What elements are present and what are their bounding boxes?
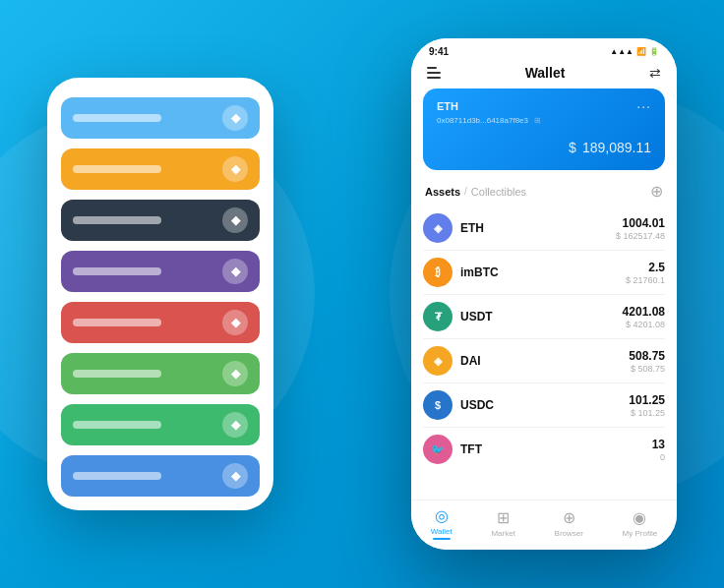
token-row-tft[interactable]: 🐦 TFT 13 0	[423, 428, 665, 471]
wallet-card-label	[73, 216, 161, 224]
wallet-card-icon: ◆	[222, 105, 248, 131]
token-icon-eth: ◈	[423, 213, 452, 243]
wallet-card-7[interactable]: ◆	[61, 404, 260, 445]
market-nav-label: Market	[491, 529, 514, 538]
phone-front: 9:41 ▲▲▲ 📶 🔋 Wallet ⇄ ETH ···	[411, 38, 677, 550]
wallet-card-icon: ◆	[222, 361, 248, 386]
page-title: Wallet	[525, 65, 566, 81]
assets-header: Assets / Collectibles ⊕	[411, 178, 677, 206]
profile-nav-icon: ◉	[633, 508, 646, 527]
token-row-imbtc[interactable]: ₿ imBTC 2.5 $ 21760.1	[423, 251, 665, 295]
eth-card-top: ETH ···	[437, 98, 651, 114]
wallet-card-icon: ◆	[222, 463, 248, 489]
battery-icon: 🔋	[649, 47, 659, 56]
eth-card-name: ETH	[437, 100, 458, 112]
scene: ◆ ◆ ◆ ◆ ◆ ◆ ◆ ◆ 9:41 ▲▲▲ 📶 🔋	[18, 19, 706, 569]
wallet-card-label	[73, 114, 161, 122]
eth-card-balance: $ 189,089.11	[437, 133, 651, 158]
wallet-card-label	[73, 472, 161, 480]
token-amount: 101.25	[629, 393, 665, 407]
wallet-card-icon: ◆	[222, 310, 248, 335]
token-usd: $ 4201.08	[623, 320, 665, 329]
wallet-card-label	[73, 370, 161, 378]
token-usd: 0	[652, 452, 665, 462]
status-time: 9:41	[429, 46, 449, 57]
wallet-card-label	[73, 421, 161, 429]
token-amount: 508.75	[629, 349, 665, 363]
eth-balance-card: ETH ··· 0x08711d3b...6418a7f8e3 ⊞ $ 189,…	[423, 88, 665, 170]
browser-nav-icon: ⊕	[563, 508, 575, 527]
nav-item-market[interactable]: ⊞ Market	[491, 508, 514, 538]
token-usd: $ 162517.48	[616, 231, 665, 241]
token-amounts-imbtc: 2.5 $ 21760.1	[626, 261, 665, 285]
token-amount: 13	[652, 438, 665, 451]
wallet-card-label	[73, 267, 161, 275]
token-list: ◈ ETH 1004.01 $ 162517.48 ₿ imBTC 2.5 $ …	[411, 206, 677, 500]
bottom-nav: ◎ Wallet ⊞ Market ⊕ Browser ◉ My Profile	[411, 500, 677, 550]
token-amounts-dai: 508.75 $ 508.75	[629, 349, 665, 374]
token-amounts-usdc: 101.25 $ 101.25	[629, 393, 665, 418]
token-amount: 4201.08	[623, 305, 665, 319]
wallet-card-label	[73, 319, 161, 326]
currency-symbol: $	[569, 140, 576, 155]
token-usd: $ 21760.1	[626, 275, 665, 285]
token-amounts-eth: 1004.01 $ 162517.48	[616, 216, 665, 241]
app-header: Wallet ⇄	[411, 61, 677, 88]
token-row-dai[interactable]: ◈ DAI 508.75 $ 508.75	[423, 339, 665, 383]
token-icon-imbtc: ₿	[423, 258, 452, 287]
tab-separator: /	[464, 186, 467, 197]
tab-assets[interactable]: Assets	[425, 186, 460, 198]
token-amount: 1004.01	[616, 216, 665, 230]
token-icon-dai: ◈	[423, 346, 452, 376]
wallet-card-8[interactable]: ◆	[61, 455, 260, 497]
browser-nav-label: Browser	[555, 529, 583, 538]
wallet-card-6[interactable]: ◆	[61, 353, 260, 394]
wallet-card-3[interactable]: ◆	[61, 200, 260, 241]
eth-card-address: 0x08711d3b...6418a7f8e3 ⊞	[437, 116, 651, 125]
nav-item-wallet[interactable]: ◎ Wallet	[431, 506, 452, 540]
token-name-usdc: USDC	[460, 398, 629, 412]
phone-back: ◆ ◆ ◆ ◆ ◆ ◆ ◆ ◆	[47, 78, 273, 510]
token-icon-tft: 🐦	[423, 435, 452, 464]
token-amounts-tft: 13 0	[652, 438, 665, 462]
add-asset-button[interactable]: ⊕	[650, 182, 663, 201]
nav-active-indicator	[433, 538, 451, 540]
menu-icon[interactable]	[427, 67, 441, 79]
token-icon-usdt: ₮	[423, 302, 452, 331]
token-usd: $ 101.25	[629, 408, 665, 418]
nav-item-browser[interactable]: ⊕ Browser	[555, 508, 583, 538]
market-nav-icon: ⊞	[497, 508, 510, 527]
wallet-card-icon: ◆	[222, 156, 248, 182]
token-amounts-usdt: 4201.08 $ 4201.08	[623, 305, 665, 329]
scan-icon[interactable]: ⇄	[649, 65, 661, 81]
token-name-eth: ETH	[460, 221, 616, 235]
wallet-nav-label: Wallet	[431, 527, 452, 536]
wallet-card-icon: ◆	[222, 412, 248, 438]
token-name-usdt: USDT	[460, 310, 623, 323]
token-name-dai: DAI	[460, 354, 629, 368]
token-name-tft: TFT	[460, 442, 652, 456]
balance-amount: 189,089.11	[582, 140, 651, 155]
signal-icon: ▲▲▲	[610, 47, 634, 56]
token-row-usdc[interactable]: $ USDC 101.25 $ 101.25	[423, 383, 665, 428]
wallet-card-2[interactable]: ◆	[61, 148, 260, 190]
token-name-imbtc: imBTC	[460, 265, 626, 279]
token-icon-usdc: $	[423, 390, 452, 420]
token-amount: 2.5	[626, 261, 665, 274]
assets-tabs: Assets / Collectibles	[425, 186, 526, 198]
token-row-eth[interactable]: ◈ ETH 1004.01 $ 162517.48	[423, 206, 665, 251]
token-row-usdt[interactable]: ₮ USDT 4201.08 $ 4201.08	[423, 295, 665, 339]
wallet-card-5[interactable]: ◆	[61, 302, 260, 343]
wallet-card-icon: ◆	[222, 259, 248, 284]
nav-item-profile[interactable]: ◉ My Profile	[623, 508, 658, 538]
status-icons: ▲▲▲ 📶 🔋	[610, 47, 659, 56]
wallet-card-label	[73, 165, 161, 173]
wallet-card-icon: ◆	[222, 207, 248, 233]
tab-collectibles[interactable]: Collectibles	[471, 186, 526, 198]
wallet-card-1[interactable]: ◆	[61, 97, 260, 139]
eth-card-options[interactable]: ···	[636, 98, 651, 114]
token-usd: $ 508.75	[629, 364, 665, 374]
wallet-card-4[interactable]: ◆	[61, 251, 260, 292]
wifi-icon: 📶	[636, 47, 646, 56]
status-bar: 9:41 ▲▲▲ 📶 🔋	[411, 38, 677, 61]
